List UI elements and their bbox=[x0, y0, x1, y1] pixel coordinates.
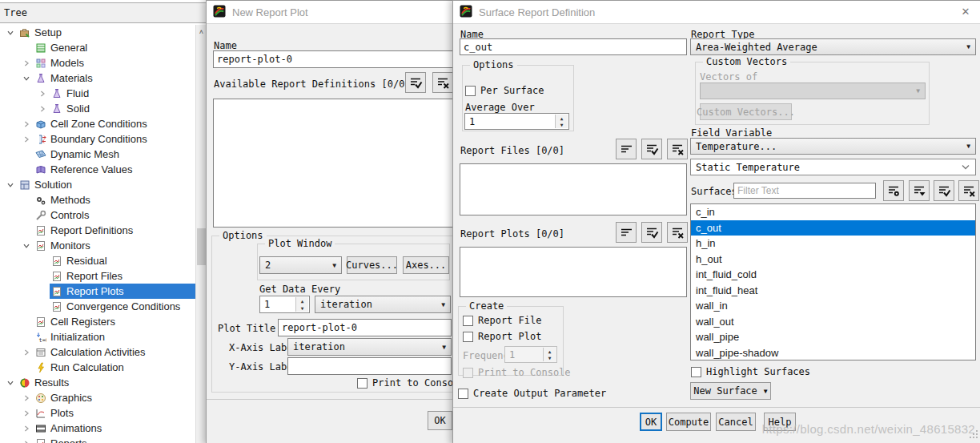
tree-item-report-plots[interactable]: Report Plots bbox=[0, 284, 196, 299]
tree-item-cell-registers[interactable]: Cell Registers bbox=[0, 314, 196, 329]
expander-expanded-icon[interactable] bbox=[3, 375, 18, 390]
tree-item-results[interactable]: Results bbox=[0, 375, 196, 390]
create-output-parameter-checkbox[interactable]: Create Output Parameter bbox=[458, 388, 606, 399]
average-over-spinner[interactable]: 1 ▲▼ bbox=[464, 113, 569, 130]
tree-item-hit-area[interactable]: Models bbox=[34, 55, 196, 70]
tree-item-hit-area[interactable]: Methods bbox=[34, 192, 196, 207]
deselect-all-report-plots-button[interactable] bbox=[667, 222, 688, 243]
surface-item-c-in[interactable]: c_in bbox=[691, 204, 975, 220]
surface-item-wall-out[interactable]: wall_out bbox=[691, 314, 975, 330]
y-axis-label-input[interactable] bbox=[287, 357, 452, 375]
surface-report-name-input[interactable] bbox=[460, 38, 687, 55]
tree-item-hit-area[interactable]: Calculation Activities bbox=[34, 344, 196, 360]
tree-item-hit-area[interactable]: Fluid bbox=[50, 86, 196, 101]
tree-item-hit-area[interactable]: Boundary Conditions bbox=[34, 131, 196, 147]
expander-collapsed-icon[interactable] bbox=[19, 390, 34, 405]
expander-collapsed-icon[interactable] bbox=[19, 116, 34, 131]
surface-item-wall-in[interactable]: wall_in bbox=[691, 298, 975, 314]
cancel-button[interactable]: Cancel bbox=[716, 413, 756, 431]
highlight-surfaces-checkbox[interactable]: Highlight Surfaces bbox=[691, 366, 810, 377]
surface-item-h-in[interactable]: h_in bbox=[691, 236, 975, 252]
tree-item-cell-zone-conditions[interactable]: Cell Zone Conditions bbox=[0, 116, 196, 131]
compute-button[interactable]: Compute bbox=[666, 413, 711, 431]
expander-expanded-icon[interactable] bbox=[3, 25, 18, 40]
tree-item-calculation-activities[interactable]: Calculation Activities bbox=[0, 344, 196, 360]
expander-collapsed-icon[interactable] bbox=[35, 101, 50, 116]
tree-scrollbar-thumb[interactable] bbox=[197, 228, 206, 265]
tree-item-hit-area[interactable]: Materials bbox=[34, 70, 196, 86]
tree-item-run-calculation[interactable]: Run Calculation bbox=[0, 360, 196, 375]
report-files-list[interactable] bbox=[460, 163, 687, 215]
tree-item-hit-area[interactable]: Report Plots bbox=[50, 284, 196, 299]
tree-item-plots[interactable]: Plots bbox=[0, 405, 196, 421]
axes-button[interactable]: Axes... bbox=[403, 256, 449, 274]
curves-button[interactable]: Curves... bbox=[347, 256, 397, 274]
tree-item-hit-area[interactable]: Animations bbox=[34, 421, 196, 436]
tree-item-hit-area[interactable]: Setup bbox=[18, 25, 196, 40]
surface-item-c-out[interactable]: c_out bbox=[691, 220, 975, 236]
x-axis-label-select[interactable]: iteration▼ bbox=[287, 338, 452, 356]
tree-item-hit-area[interactable]: Convergence Conditions bbox=[50, 299, 196, 314]
surface-type-filter-button[interactable] bbox=[909, 180, 930, 201]
get-data-every-spinner[interactable]: 1 ▲▼ bbox=[259, 296, 310, 313]
field-variable-select[interactable]: Temperature...▼ bbox=[690, 138, 976, 155]
tree-item-hit-area[interactable]: Graphics bbox=[34, 390, 196, 405]
surface-item-wall-pipe[interactable]: wall_pipe bbox=[691, 329, 975, 345]
spinner-arrows-icon[interactable]: ▲▼ bbox=[295, 297, 308, 312]
tree-item-hit-area[interactable]: Controls bbox=[34, 207, 196, 223]
deselect-all-report-definitions-button[interactable] bbox=[432, 72, 453, 93]
field-variable-detail-select[interactable]: Static Temperature bbox=[690, 159, 976, 175]
tree-scrollbar[interactable]: ˄ bbox=[195, 25, 207, 443]
plot-title-input[interactable] bbox=[278, 319, 452, 336]
tree-item-hit-area[interactable]: Solution bbox=[18, 177, 196, 192]
create-report-plot-checkbox[interactable]: Report Plot bbox=[463, 331, 541, 342]
tree-item-graphics[interactable]: Graphics bbox=[0, 390, 196, 405]
close-icon[interactable]: ✕ bbox=[958, 5, 973, 19]
surface-item-int-fluid-heat[interactable]: int_fluid_heat bbox=[691, 283, 975, 299]
tree-item-methods[interactable]: Methods bbox=[0, 192, 196, 207]
surface-item-h-out[interactable]: h_out bbox=[691, 252, 975, 268]
tree-item-report-definitions[interactable]: Report Definitions bbox=[0, 223, 196, 238]
report-type-select[interactable]: Area-Weighted Average▼ bbox=[690, 38, 976, 55]
tree-item-hit-area[interactable]: General bbox=[34, 40, 196, 55]
tree-item-dynamic-mesh[interactable]: Dynamic Mesh bbox=[0, 147, 196, 162]
tree-item-boundary-conditions[interactable]: Boundary Conditions bbox=[0, 131, 196, 147]
tree-item-hit-area[interactable]: Cell Registers bbox=[34, 314, 196, 329]
report-plots-list[interactable] bbox=[460, 247, 687, 297]
tree-item-hit-area[interactable]: Report Definitions bbox=[34, 223, 196, 238]
ok-button[interactable]: OK bbox=[640, 413, 662, 431]
tree-item-convergence-conditions[interactable]: Convergence Conditions bbox=[0, 299, 196, 314]
expander-collapsed-icon[interactable] bbox=[19, 405, 34, 421]
tree-item-hit-area[interactable]: Reports bbox=[34, 436, 196, 443]
tree-item-hit-area[interactable]: Run Calculation bbox=[34, 360, 196, 375]
expander-collapsed-icon[interactable] bbox=[19, 55, 34, 70]
create-report-file-checkbox[interactable]: Report File bbox=[463, 315, 541, 326]
tree-item-hit-area[interactable]: Report Files bbox=[50, 268, 196, 284]
select-all-surfaces-button[interactable] bbox=[934, 180, 954, 201]
tree-item-monitors[interactable]: Monitors bbox=[0, 238, 196, 253]
select-all-report-definitions-button[interactable] bbox=[405, 72, 426, 93]
expander-collapsed-icon[interactable] bbox=[19, 436, 34, 443]
expander-expanded-icon[interactable] bbox=[19, 238, 34, 253]
ok-button[interactable]: OK bbox=[428, 411, 452, 430]
tree-item-hit-area[interactable]: Plots bbox=[34, 405, 196, 421]
expander-collapsed-icon[interactable] bbox=[19, 421, 34, 436]
select-all-report-files-button[interactable] bbox=[641, 139, 662, 159]
resize-grip-icon[interactable] bbox=[970, 430, 978, 441]
surface-item-int-fluid-cold[interactable]: int_fluid_cold bbox=[691, 267, 975, 283]
deselect-all-surfaces-button[interactable] bbox=[958, 180, 979, 201]
tree-item-solid[interactable]: Solid bbox=[0, 101, 196, 116]
tree-item-hit-area[interactable]: Dynamic Mesh bbox=[34, 147, 196, 162]
edit-report-plots-button[interactable] bbox=[616, 222, 637, 243]
tree-item-hit-area[interactable]: Monitors bbox=[34, 238, 196, 253]
tree-item-hit-area[interactable]: t=0Initialization bbox=[34, 329, 196, 344]
tree-item-report-files[interactable]: Report Files bbox=[0, 268, 196, 284]
expander-expanded-icon[interactable] bbox=[3, 177, 18, 192]
tree-item-solution[interactable]: Solution bbox=[0, 177, 196, 192]
plot-window-select[interactable]: 2▼ bbox=[259, 256, 342, 274]
expander-collapsed-icon[interactable] bbox=[35, 86, 50, 101]
tree-item-fluid[interactable]: Fluid bbox=[0, 86, 196, 101]
print-to-console-checkbox[interactable]: Print to Console bbox=[357, 377, 465, 389]
expander-collapsed-icon[interactable] bbox=[19, 131, 34, 147]
tree-item-reports[interactable]: Reports bbox=[0, 436, 196, 443]
